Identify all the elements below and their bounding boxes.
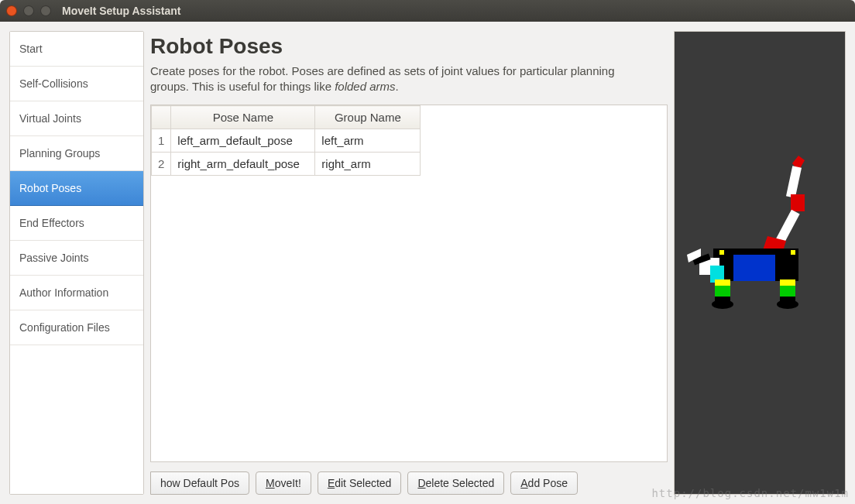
close-icon[interactable] [6, 5, 17, 16]
minimize-icon[interactable] [23, 5, 34, 16]
svg-rect-16 [780, 286, 795, 297]
page-description: Create poses for the robot. Poses are de… [150, 63, 630, 94]
table-row[interactable]: 2 right_arm_default_pose right_arm [152, 153, 421, 176]
svg-point-14 [712, 300, 733, 309]
page-title: Robot Poses [150, 34, 668, 59]
row-index: 2 [152, 153, 171, 176]
col-group-name[interactable]: Group Name [315, 106, 421, 129]
desc-tail: . [396, 80, 399, 93]
table-row[interactable]: 1 left_arm_default_pose left_arm [152, 129, 421, 153]
poses-table: Pose Name Group Name 1 left_arm_default_… [151, 105, 421, 176]
moveit-button[interactable]: MoveIt! [256, 471, 311, 495]
main-panel: Robot Poses Create poses for the robot. … [150, 31, 668, 495]
table-header-row: Pose Name Group Name [152, 106, 421, 129]
svg-point-18 [777, 300, 798, 309]
svg-rect-11 [715, 279, 730, 286]
show-default-pose-button[interactable]: how Default Pos [150, 471, 249, 495]
svg-rect-1 [786, 166, 802, 198]
sidebar-item-end-effectors[interactable]: End Effectors [10, 206, 143, 241]
col-pose-name[interactable]: Pose Name [171, 106, 315, 129]
delete-selected-button[interactable]: Delete Selected [407, 471, 504, 495]
window-title: MoveIt Setup Assistant [62, 5, 181, 17]
sidebar-item-configuration-files[interactable]: Configuration Files [10, 310, 143, 345]
cell-pose-name[interactable]: right_arm_default_pose [171, 153, 315, 176]
sidebar: Start Self-Collisions Virtual Joints Pla… [9, 31, 144, 495]
add-pose-button[interactable]: Add Pose [510, 471, 578, 495]
cell-pose-name[interactable]: left_arm_default_pose [171, 129, 315, 153]
svg-rect-15 [780, 279, 795, 286]
sidebar-item-virtual-joints[interactable]: Virtual Joints [10, 101, 143, 136]
svg-rect-6 [733, 255, 775, 281]
poses-table-container: Pose Name Group Name 1 left_arm_default_… [150, 105, 668, 462]
edit-selected-button[interactable]: Edit Selected [318, 471, 402, 495]
sidebar-item-planning-groups[interactable]: Planning Groups [10, 136, 143, 171]
button-row: how Default Pos MoveIt! Edit Selected De… [150, 471, 668, 495]
svg-rect-10 [791, 250, 795, 255]
sidebar-item-self-collisions[interactable]: Self-Collisions [10, 67, 143, 101]
sidebar-item-robot-poses[interactable]: Robot Poses [10, 171, 143, 206]
maximize-icon[interactable] [40, 5, 51, 16]
row-index: 1 [152, 129, 171, 153]
cell-group-name[interactable]: left_arm [315, 129, 421, 153]
sidebar-item-start[interactable]: Start [10, 32, 143, 67]
watermark-text: http://blog.csdn.net/mw1w1m [651, 487, 849, 499]
svg-rect-12 [715, 286, 730, 297]
cell-group-name[interactable]: right_arm [315, 153, 421, 176]
desc-em: folded arms [335, 80, 395, 93]
svg-rect-3 [775, 210, 799, 244]
svg-rect-9 [719, 250, 724, 255]
svg-marker-2 [791, 194, 805, 211]
robot-3d-view[interactable] [674, 31, 846, 495]
robot-render-icon [682, 156, 837, 372]
sidebar-item-author-information[interactable]: Author Information [10, 276, 143, 310]
sidebar-item-passive-joints[interactable]: Passive Joints [10, 241, 143, 276]
titlebar: MoveIt Setup Assistant [0, 0, 855, 22]
